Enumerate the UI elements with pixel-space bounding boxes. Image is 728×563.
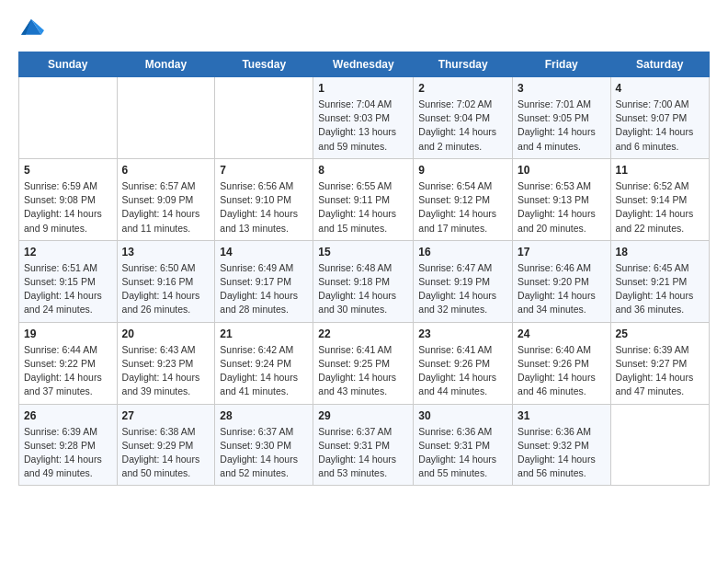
calendar-cell: 23Sunrise: 6:41 AM Sunset: 9:26 PM Dayli… [414,322,513,404]
calendar-table: SundayMondayTuesdayWednesdayThursdayFrid… [18,52,710,486]
day-info: Sunrise: 6:40 AM Sunset: 9:26 PM Dayligh… [518,343,606,399]
calendar-cell: 13Sunrise: 6:50 AM Sunset: 9:16 PM Dayli… [117,240,215,322]
day-info: Sunrise: 6:48 AM Sunset: 9:18 PM Dayligh… [318,261,408,317]
day-info: Sunrise: 7:00 AM Sunset: 9:07 PM Dayligh… [616,98,704,154]
calendar-cell [19,77,118,159]
day-number: 9 [418,164,507,177]
day-number: 17 [518,246,606,259]
weekday-row: SundayMondayTuesdayWednesdayThursdayFrid… [19,52,710,77]
calendar-week-row: 1Sunrise: 7:04 AM Sunset: 9:03 PM Daylig… [19,77,710,159]
calendar-cell: 30Sunrise: 6:36 AM Sunset: 9:31 PM Dayli… [414,404,513,486]
calendar-cell: 5Sunrise: 6:59 AM Sunset: 9:08 PM Daylig… [19,158,118,240]
day-info: Sunrise: 6:36 AM Sunset: 9:32 PM Dayligh… [518,425,606,481]
day-number: 26 [24,409,112,422]
calendar-cell: 6Sunrise: 6:57 AM Sunset: 9:09 PM Daylig… [117,158,215,240]
calendar-header: SundayMondayTuesdayWednesdayThursdayFrid… [19,52,710,77]
calendar-cell: 16Sunrise: 6:47 AM Sunset: 9:19 PM Dayli… [414,240,513,322]
calendar-cell: 24Sunrise: 6:40 AM Sunset: 9:26 PM Dayli… [513,322,611,404]
calendar-cell: 25Sunrise: 6:39 AM Sunset: 9:27 PM Dayli… [610,322,709,404]
calendar-cell: 17Sunrise: 6:46 AM Sunset: 9:20 PM Dayli… [513,240,611,322]
calendar-cell: 18Sunrise: 6:45 AM Sunset: 9:21 PM Dayli… [610,240,709,322]
weekday-header: Monday [117,52,215,77]
day-info: Sunrise: 6:46 AM Sunset: 9:20 PM Dayligh… [518,261,606,317]
day-info: Sunrise: 6:38 AM Sunset: 9:29 PM Dayligh… [122,425,210,481]
day-number: 15 [318,246,408,259]
day-number: 8 [318,164,408,177]
calendar-cell: 1Sunrise: 7:04 AM Sunset: 9:03 PM Daylig… [313,77,414,159]
day-info: Sunrise: 6:55 AM Sunset: 9:11 PM Dayligh… [318,179,408,236]
day-number: 28 [220,409,308,422]
calendar-cell: 14Sunrise: 6:49 AM Sunset: 9:17 PM Dayli… [215,240,313,322]
page: SundayMondayTuesdayWednesdayThursdayFrid… [0,0,728,500]
day-info: Sunrise: 7:04 AM Sunset: 9:03 PM Dayligh… [318,98,408,154]
day-number: 1 [318,82,408,95]
calendar-cell [117,77,215,159]
calendar-cell: 9Sunrise: 6:54 AM Sunset: 9:12 PM Daylig… [414,158,513,240]
day-number: 25 [616,327,704,340]
day-number: 31 [518,409,606,422]
day-number: 24 [518,327,606,340]
day-number: 10 [518,164,606,177]
logo [18,15,48,40]
day-number: 4 [616,82,704,95]
day-number: 2 [418,82,507,95]
day-number: 11 [616,164,704,177]
day-info: Sunrise: 7:02 AM Sunset: 9:04 PM Dayligh… [418,98,507,154]
calendar-cell: 26Sunrise: 6:39 AM Sunset: 9:28 PM Dayli… [19,404,118,486]
calendar-body: 1Sunrise: 7:04 AM Sunset: 9:03 PM Daylig… [19,77,710,486]
day-number: 27 [122,409,210,422]
day-number: 30 [418,409,507,422]
day-number: 21 [220,327,308,340]
calendar-week-row: 19Sunrise: 6:44 AM Sunset: 9:22 PM Dayli… [19,322,710,404]
day-info: Sunrise: 6:41 AM Sunset: 9:26 PM Dayligh… [418,343,507,399]
weekday-header: Sunday [19,52,118,77]
calendar-cell: 15Sunrise: 6:48 AM Sunset: 9:18 PM Dayli… [313,240,414,322]
header [18,15,710,40]
day-info: Sunrise: 6:45 AM Sunset: 9:21 PM Dayligh… [616,261,704,317]
day-info: Sunrise: 6:59 AM Sunset: 9:08 PM Dayligh… [24,179,112,236]
day-info: Sunrise: 6:56 AM Sunset: 9:10 PM Dayligh… [220,179,308,236]
calendar-cell: 2Sunrise: 7:02 AM Sunset: 9:04 PM Daylig… [414,77,513,159]
day-info: Sunrise: 6:52 AM Sunset: 9:14 PM Dayligh… [616,179,704,236]
calendar-cell: 8Sunrise: 6:55 AM Sunset: 9:11 PM Daylig… [313,158,414,240]
day-info: Sunrise: 7:01 AM Sunset: 9:05 PM Dayligh… [518,98,606,154]
day-info: Sunrise: 6:37 AM Sunset: 9:30 PM Dayligh… [220,425,308,481]
day-info: Sunrise: 6:57 AM Sunset: 9:09 PM Dayligh… [122,179,210,236]
day-info: Sunrise: 6:49 AM Sunset: 9:17 PM Dayligh… [220,261,308,317]
calendar-cell: 7Sunrise: 6:56 AM Sunset: 9:10 PM Daylig… [215,158,313,240]
day-info: Sunrise: 6:54 AM Sunset: 9:12 PM Dayligh… [418,179,507,236]
calendar-cell: 10Sunrise: 6:53 AM Sunset: 9:13 PM Dayli… [513,158,611,240]
day-info: Sunrise: 6:39 AM Sunset: 9:27 PM Dayligh… [616,343,704,399]
day-number: 3 [518,82,606,95]
day-number: 5 [24,164,112,177]
day-number: 6 [122,164,210,177]
day-info: Sunrise: 6:51 AM Sunset: 9:15 PM Dayligh… [24,261,112,317]
calendar-cell: 3Sunrise: 7:01 AM Sunset: 9:05 PM Daylig… [513,77,611,159]
calendar-cell: 22Sunrise: 6:41 AM Sunset: 9:25 PM Dayli… [313,322,414,404]
calendar-cell: 28Sunrise: 6:37 AM Sunset: 9:30 PM Dayli… [215,404,313,486]
weekday-header: Friday [513,52,611,77]
day-info: Sunrise: 6:42 AM Sunset: 9:24 PM Dayligh… [220,343,308,399]
day-info: Sunrise: 6:53 AM Sunset: 9:13 PM Dayligh… [518,179,606,236]
calendar-cell: 20Sunrise: 6:43 AM Sunset: 9:23 PM Dayli… [117,322,215,404]
calendar-week-row: 26Sunrise: 6:39 AM Sunset: 9:28 PM Dayli… [19,404,710,486]
calendar-cell: 29Sunrise: 6:37 AM Sunset: 9:31 PM Dayli… [313,404,414,486]
calendar-cell: 11Sunrise: 6:52 AM Sunset: 9:14 PM Dayli… [610,158,709,240]
day-number: 16 [418,246,507,259]
day-number: 13 [122,246,210,259]
calendar-cell [215,77,313,159]
day-info: Sunrise: 6:50 AM Sunset: 9:16 PM Dayligh… [122,261,210,317]
logo-icon [18,15,44,40]
day-info: Sunrise: 6:44 AM Sunset: 9:22 PM Dayligh… [24,343,112,399]
day-number: 18 [616,246,704,259]
day-number: 12 [24,246,112,259]
calendar-cell [610,404,709,486]
day-info: Sunrise: 6:41 AM Sunset: 9:25 PM Dayligh… [318,343,408,399]
calendar-cell: 31Sunrise: 6:36 AM Sunset: 9:32 PM Dayli… [513,404,611,486]
day-number: 20 [122,327,210,340]
weekday-header: Saturday [610,52,709,77]
day-number: 23 [418,327,507,340]
day-info: Sunrise: 6:36 AM Sunset: 9:31 PM Dayligh… [418,425,507,481]
calendar-week-row: 12Sunrise: 6:51 AM Sunset: 9:15 PM Dayli… [19,240,710,322]
calendar-cell: 21Sunrise: 6:42 AM Sunset: 9:24 PM Dayli… [215,322,313,404]
